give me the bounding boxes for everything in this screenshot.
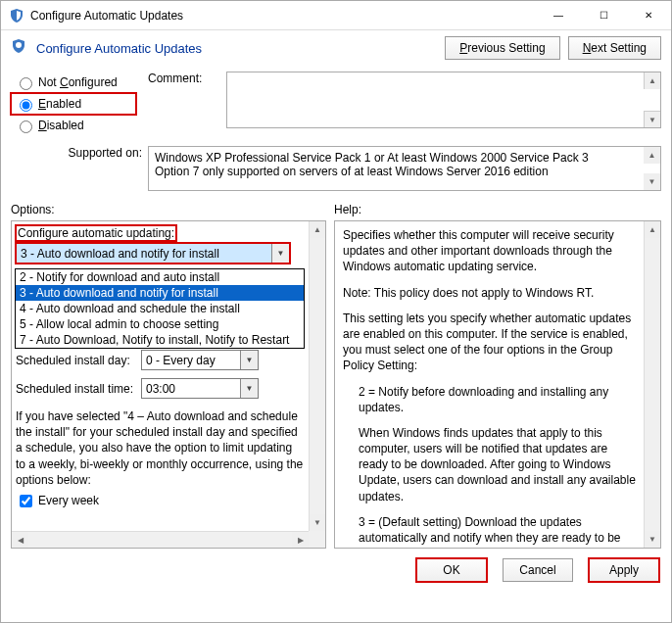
scroll-corner <box>309 531 325 548</box>
policy-title: Configure Automatic Updates <box>36 41 445 56</box>
maximize-button[interactable]: ☐ <box>581 1 626 30</box>
help-header: Help: <box>334 203 361 216</box>
help-paragraph: This setting lets you specify whether au… <box>343 311 636 374</box>
scroll-down-icon[interactable]: ▼ <box>644 173 660 190</box>
ok-button[interactable]: OK <box>416 558 487 582</box>
sched-day-label: Scheduled install day: <box>16 354 141 367</box>
scroll-down-icon[interactable]: ▼ <box>310 514 325 531</box>
next-setting-button[interactable]: Next Setting <box>568 36 661 60</box>
scroll-down-icon[interactable]: ▼ <box>644 111 660 127</box>
header: Configure Automatic Updates Previous Set… <box>1 30 671 72</box>
column-headers: Options: Help: <box>1 197 671 220</box>
chevron-down-icon[interactable]: ▼ <box>240 379 258 398</box>
svg-point-0 <box>16 42 22 48</box>
dialog-footer: OK Cancel Apply <box>1 549 671 582</box>
scroll-up-icon[interactable]: ▲ <box>645 221 660 238</box>
dropdown-option[interactable]: 7 - Auto Download, Notify to install, No… <box>16 332 304 348</box>
radio-enabled[interactable]: Enabled <box>11 93 136 115</box>
scroll-up-icon[interactable]: ▲ <box>644 72 660 89</box>
config-updating-dropdown[interactable]: 2 - Notify for download and auto install… <box>15 268 305 349</box>
config-updating-label: Configure automatic updating: <box>18 226 174 240</box>
supported-row: Supported on: Windows XP Professional Se… <box>1 136 671 197</box>
sched-time-label: Scheduled install time: <box>16 382 141 396</box>
every-week-checkbox[interactable]: Every week <box>16 492 305 510</box>
supported-text: Windows XP Professional Service Pack 1 o… <box>155 151 589 178</box>
radio-disabled[interactable]: Disabled <box>11 115 148 136</box>
help-paragraph: When Windows finds updates that apply to… <box>343 425 636 504</box>
config-updating-value: 3 - Auto download and notify for install <box>21 247 219 261</box>
sched-day-value: 0 - Every day <box>146 354 216 367</box>
scroll-right-icon[interactable]: ▶ <box>292 532 309 548</box>
scroll-left-icon[interactable]: ◀ <box>12 532 28 548</box>
supported-field: Windows XP Professional Service Pack 1 o… <box>148 146 661 191</box>
help-paragraph: 3 = (Default setting) Download the updat… <box>343 514 636 549</box>
sched-time-value: 03:00 <box>146 382 175 396</box>
chevron-down-icon[interactable]: ▼ <box>240 351 258 369</box>
window-title: Configure Automatic Updates <box>30 9 536 23</box>
policy-icon <box>9 8 24 24</box>
titlebar: Configure Automatic Updates — ☐ ✕ <box>1 1 671 30</box>
comment-label: Comment: <box>148 72 226 128</box>
scroll-up-icon[interactable]: ▲ <box>644 147 660 164</box>
close-button[interactable]: ✕ <box>626 1 671 30</box>
comment-field[interactable]: ▲ ▼ <box>226 72 661 128</box>
dropdown-option-selected[interactable]: 3 - Auto download and notify for install <box>16 285 304 301</box>
policy-icon <box>11 38 30 58</box>
scroll-up-icon[interactable]: ▲ <box>310 221 325 238</box>
cancel-button[interactable]: Cancel <box>503 558 573 582</box>
help-paragraph: 2 = Notify before downloading and instal… <box>343 384 636 415</box>
apply-button[interactable]: Apply <box>589 558 659 582</box>
scrollbar-vertical[interactable]: ▲ ▼ <box>309 221 325 531</box>
help-panel: Specifies whether this computer will rec… <box>334 220 661 549</box>
dropdown-option[interactable]: 5 - Allow local admin to choose setting <box>16 316 304 332</box>
dropdown-option[interactable]: 2 - Notify for download and auto install <box>16 269 304 285</box>
chevron-down-icon[interactable]: ▼ <box>271 244 289 263</box>
sched-day-select[interactable]: 0 - Every day ▼ <box>141 350 259 370</box>
policy-state-row: Not Configured Enabled Disabled Comment:… <box>1 72 671 136</box>
schedule-note: If you have selected "4 – Auto download … <box>16 408 305 488</box>
help-paragraph: Note: This policy does not apply to Wind… <box>343 285 636 301</box>
radio-not-configured[interactable]: Not Configured <box>11 72 148 93</box>
config-updating-select[interactable]: 3 - Auto download and notify for install… <box>16 243 290 264</box>
previous-setting-button[interactable]: Previous Setting <box>445 36 559 60</box>
minimize-button[interactable]: — <box>536 1 581 30</box>
every-week-label: Every week <box>38 494 99 507</box>
options-header: Options: <box>11 203 334 216</box>
scrollbar-horizontal[interactable]: ◀ ▶ <box>12 531 309 548</box>
options-panel: Configure automatic updating: 3 - Auto d… <box>11 220 326 549</box>
dropdown-option[interactable]: 4 - Auto download and schedule the insta… <box>16 301 304 316</box>
scroll-down-icon[interactable]: ▼ <box>645 531 660 548</box>
help-paragraph: Specifies whether this computer will rec… <box>343 227 636 275</box>
scrollbar-vertical[interactable]: ▲ ▼ <box>644 221 660 548</box>
supported-label: Supported on: <box>11 146 148 160</box>
sched-time-select[interactable]: 03:00 ▼ <box>141 378 259 399</box>
help-text: Specifies whether this computer will rec… <box>335 221 644 548</box>
